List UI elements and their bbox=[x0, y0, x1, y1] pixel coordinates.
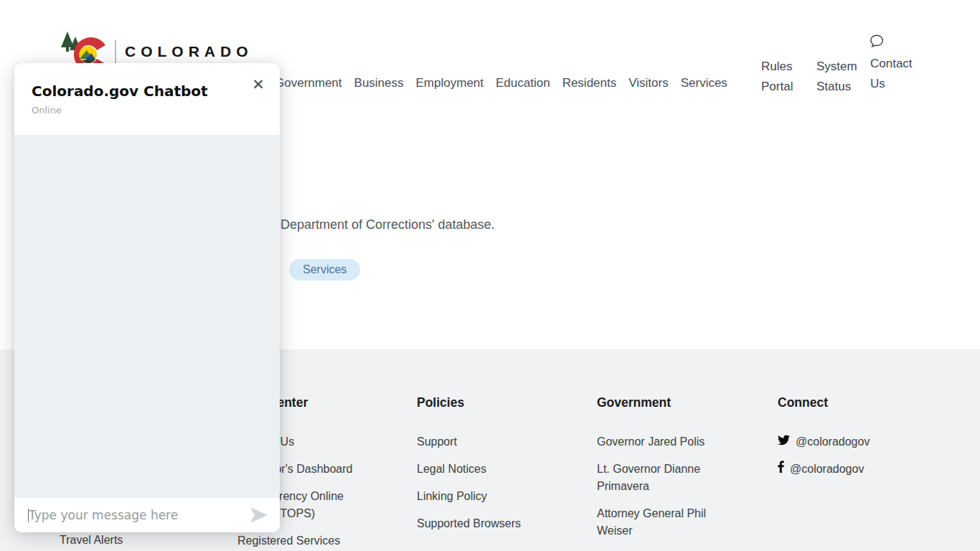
chatbot-header: Colorado.gov Chatbot Online ✕ bbox=[14, 63, 280, 135]
footer-heading-government: Government bbox=[597, 394, 715, 411]
footer-link-governor[interactable]: Governor Jared Polis bbox=[597, 433, 715, 451]
colorado-logo-icon[interactable] bbox=[61, 32, 113, 67]
brand-wordmark: COLORADO bbox=[125, 43, 253, 60]
nav-item-residents[interactable]: Residents bbox=[562, 76, 617, 90]
chatbot-input-bar bbox=[14, 498, 280, 532]
chatbot-title: Colorado.gov Chatbot bbox=[32, 83, 263, 100]
page: COLORADO Government Business Employment … bbox=[0, 0, 980, 551]
footer-link-travel-alerts[interactable]: Travel Alerts bbox=[60, 532, 123, 549]
nav-item-services[interactable]: Services bbox=[681, 76, 727, 90]
send-icon[interactable] bbox=[248, 504, 270, 526]
nav-item-employment[interactable]: Employment bbox=[416, 76, 484, 90]
chatbot-status: Online bbox=[32, 105, 263, 116]
chat-bubble-icon[interactable] bbox=[869, 33, 885, 49]
nav-item-visitors[interactable]: Visitors bbox=[628, 76, 668, 90]
footer-link-registered-services[interactable]: Registered Services bbox=[237, 532, 361, 550]
facebook-link[interactable]: @coloradogov bbox=[778, 461, 928, 478]
chat-message-input[interactable] bbox=[29, 508, 248, 522]
contact-us-link[interactable]: Contact Us bbox=[870, 54, 922, 94]
footer-col-policies: Policies Support Legal Notices Linking P… bbox=[417, 394, 550, 542]
twitter-handle: @coloradogov bbox=[796, 433, 870, 451]
nav-item-education[interactable]: Education bbox=[496, 76, 550, 90]
services-tag[interactable]: Services bbox=[289, 259, 360, 281]
footer-heading-connect: Connect bbox=[778, 394, 928, 411]
footer-heading-policies: Policies bbox=[417, 394, 550, 411]
nav-item-government[interactable]: Government bbox=[275, 76, 342, 90]
chatbot-panel: Colorado.gov Chatbot Online ✕ bbox=[14, 63, 280, 532]
footer-col-connect: Connect @coloradogov @coloradogov bbox=[778, 394, 928, 488]
close-icon[interactable]: ✕ bbox=[250, 76, 267, 93]
footer-col-government: Government Governor Jared Polis Lt. Gove… bbox=[597, 394, 715, 550]
chatbot-message-area[interactable] bbox=[14, 135, 280, 498]
facebook-handle: @coloradogov bbox=[790, 461, 864, 478]
system-status-link[interactable]: System Status bbox=[816, 57, 864, 97]
footer-link-legal-notices[interactable]: Legal Notices bbox=[417, 461, 550, 478]
twitter-link[interactable]: @coloradogov bbox=[778, 433, 928, 451]
twitter-icon bbox=[778, 433, 790, 451]
page-description: Department of Corrections' database. bbox=[281, 217, 495, 232]
footer-link-support[interactable]: Support bbox=[417, 433, 550, 451]
rules-portal-link[interactable]: Rules Portal bbox=[761, 57, 806, 97]
nav-item-business[interactable]: Business bbox=[354, 76, 404, 90]
main-nav: Government Business Employment Education… bbox=[275, 76, 727, 90]
footer-link-attorney-general[interactable]: Attorney General Phil Weiser bbox=[597, 505, 715, 540]
facebook-icon bbox=[778, 461, 784, 478]
footer-link-linking-policy[interactable]: Linking Policy bbox=[417, 488, 550, 505]
footer-link-supported-browsers[interactable]: Supported Browsers bbox=[417, 515, 550, 532]
footer-link-lt-governor[interactable]: Lt. Governor Dianne Primavera bbox=[597, 461, 715, 495]
